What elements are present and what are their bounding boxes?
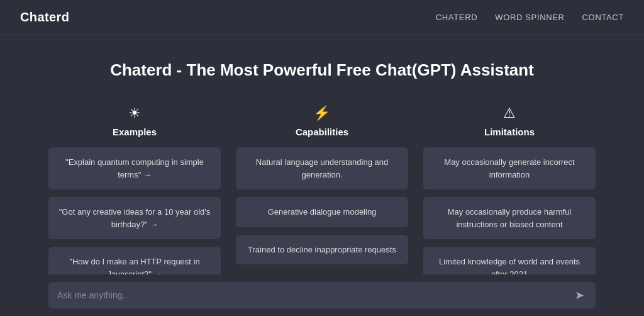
nav-contact[interactable]: CONTACT bbox=[582, 13, 624, 22]
nav-word-spinner[interactable]: WORD SPINNER bbox=[495, 13, 564, 22]
examples-column: ☀ Examples "Explain quantum computing in… bbox=[48, 105, 221, 289]
example-card-2[interactable]: "Got any creative ideas for a 10 year ol… bbox=[48, 197, 221, 239]
chat-input[interactable] bbox=[57, 290, 572, 300]
limitations-column: ⚠ Limitations May occasionally generate … bbox=[423, 105, 596, 289]
capabilities-title: Capabilities bbox=[296, 127, 348, 137]
columns-container: ☀ Examples "Explain quantum computing in… bbox=[48, 105, 596, 289]
examples-header: ☀ Examples bbox=[113, 105, 157, 137]
capability-card-2[interactable]: Generative dialogue modeling bbox=[236, 197, 408, 227]
capabilities-column: ⚡ Capabilities Natural language understa… bbox=[236, 105, 408, 289]
nav-chaterd[interactable]: CHATERD bbox=[436, 13, 477, 22]
limitations-header: ⚠ Limitations bbox=[484, 105, 535, 137]
examples-icon: ☀ bbox=[128, 105, 141, 121]
page-title: Chaterd - The Most Powerful Free Chat(GP… bbox=[110, 60, 534, 80]
nav: CHATERD WORD SPINNER CONTACT bbox=[436, 13, 624, 22]
limitations-title: Limitations bbox=[484, 127, 535, 137]
header: Chaterd CHATERD WORD SPINNER CONTACT bbox=[0, 0, 644, 35]
capability-card-3[interactable]: Trained to decline inappropriate request… bbox=[236, 235, 408, 265]
limitation-card-2[interactable]: May occasionally produce harmful instruc… bbox=[423, 197, 596, 239]
logo: Chaterd bbox=[20, 10, 69, 25]
send-icon: ➤ bbox=[575, 288, 584, 302]
bottom-bar: ➤ bbox=[0, 274, 644, 316]
input-row: ➤ bbox=[48, 282, 596, 308]
example-card-1[interactable]: "Explain quantum computing in simple ter… bbox=[48, 147, 221, 189]
main-content: Chaterd - The Most Powerful Free Chat(GP… bbox=[0, 35, 644, 302]
capabilities-header: ⚡ Capabilities bbox=[296, 105, 348, 137]
capability-card-1[interactable]: Natural language understanding and gener… bbox=[236, 147, 408, 189]
examples-title: Examples bbox=[113, 127, 157, 137]
limitations-icon: ⚠ bbox=[503, 105, 516, 121]
send-button[interactable]: ➤ bbox=[572, 288, 587, 302]
limitation-card-1[interactable]: May occasionally generate incorrect info… bbox=[423, 147, 596, 189]
capabilities-icon: ⚡ bbox=[313, 105, 330, 121]
